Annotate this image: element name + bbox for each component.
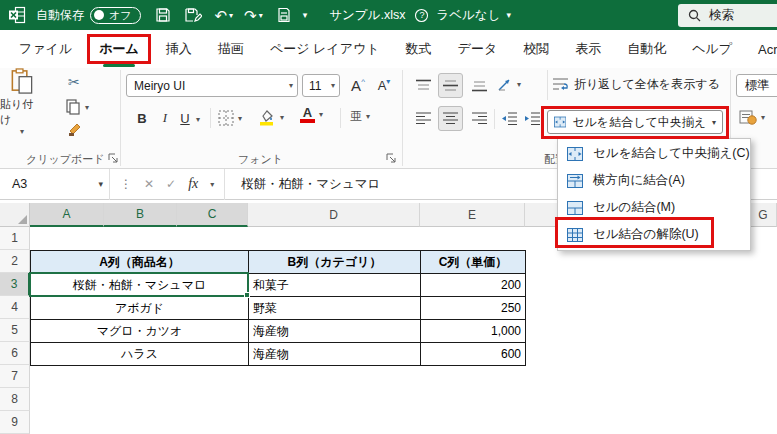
tab-home[interactable]: ホーム: [97, 30, 141, 68]
sensitivity-shield-icon[interactable]: ?: [414, 8, 429, 23]
column-header-d[interactable]: D: [248, 203, 420, 227]
font-size-combo[interactable]: 11 ▾: [302, 74, 340, 97]
column-header-e[interactable]: E: [420, 203, 525, 227]
borders-button[interactable]: ▾: [218, 110, 242, 126]
row-header-6[interactable]: 6: [0, 342, 30, 365]
cell-d6[interactable]: 海産物: [249, 343, 421, 366]
tab-help[interactable]: ヘルプ: [679, 30, 745, 68]
formula-bar-splitter-icon[interactable]: ⋮: [120, 177, 132, 191]
merge-center-button[interactable]: セルを結合して中央揃え ▾: [547, 110, 723, 134]
row-header-5[interactable]: 5: [0, 319, 30, 342]
underline-chevron-icon[interactable]: ▾: [196, 115, 200, 124]
tab-acrobat[interactable]: Acrobat: [745, 30, 777, 68]
save-icon[interactable]: [155, 7, 171, 23]
cell-e6[interactable]: 600: [421, 343, 526, 366]
number-format-combo[interactable]: 標準: [736, 74, 777, 97]
column-header-c[interactable]: C: [177, 203, 248, 227]
cell-e3[interactable]: 200: [421, 274, 526, 297]
decrease-font-size-button[interactable]: A▾: [372, 74, 396, 97]
cell-a5[interactable]: マグロ・カツオ: [31, 320, 249, 343]
undo-icon[interactable]: ↶: [215, 8, 228, 23]
qat-more-chevron-icon[interactable]: ▾: [303, 10, 308, 20]
column-header-g[interactable]: G: [750, 203, 777, 227]
tab-formulas[interactable]: 数式: [393, 30, 445, 68]
enter-icon[interactable]: ✓: [166, 177, 176, 191]
row-header-1[interactable]: 1: [0, 227, 30, 250]
tab-data[interactable]: データ: [445, 30, 511, 68]
tab-page-layout[interactable]: ページ レイアウト: [257, 30, 393, 68]
name-box[interactable]: A3 ▾: [0, 169, 110, 200]
font-dialog-launcher-icon[interactable]: [386, 153, 397, 164]
paste-button[interactable]: 貼り付け ▾: [0, 68, 44, 136]
cell-e4[interactable]: 250: [421, 297, 526, 320]
menu-item-merge-cells[interactable]: セルの結合(M): [558, 194, 750, 221]
undo-chevron-icon[interactable]: ▾: [229, 11, 233, 20]
font-color-button[interactable]: A ▾: [300, 106, 323, 123]
search-icon: [688, 9, 701, 22]
cell-a6[interactable]: ハラス: [31, 343, 249, 366]
header-cell-price[interactable]: C列（単価）: [421, 251, 526, 274]
sensitivity-label[interactable]: ラベルなし: [436, 7, 500, 24]
row-header-2[interactable]: 2: [0, 250, 30, 273]
cell-a3[interactable]: 桜餅・柏餅・マシュマロ: [31, 274, 249, 297]
bottom-align-button[interactable]: [468, 74, 490, 97]
column-header-b[interactable]: B: [104, 203, 177, 227]
select-all-corner[interactable]: [0, 203, 30, 227]
mini-separator: [210, 108, 211, 128]
cell-a4[interactable]: アボガド: [31, 297, 249, 320]
format-painter-button[interactable]: [68, 122, 83, 137]
align-center-button[interactable]: [438, 106, 463, 131]
insert-function-icon[interactable]: fx: [188, 176, 198, 192]
row-header-4[interactable]: 4: [0, 296, 30, 319]
menu-item-merge-across[interactable]: 横方向に結合(A): [558, 167, 750, 194]
copy-button[interactable]: ▾: [66, 99, 89, 115]
increase-font-size-button[interactable]: A^: [346, 74, 370, 97]
title-bar: 自動保存 オフ ↶ ▾ ↷ ▾ ▾ サンプル.xlsx: [0, 0, 777, 30]
autosave-toggle[interactable]: オフ: [90, 7, 141, 24]
tab-file[interactable]: ファイル: [6, 30, 85, 68]
clipboard-dialog-launcher-icon[interactable]: [108, 153, 119, 164]
italic-button[interactable]: I: [156, 106, 174, 130]
increase-indent-button[interactable]: [521, 107, 543, 130]
phonetic-guide-button[interactable]: 亜 ▾: [350, 108, 370, 125]
align-right-button[interactable]: [468, 107, 490, 130]
tab-insert[interactable]: 挿入: [153, 30, 205, 68]
top-align-button[interactable]: [412, 74, 434, 97]
decrease-indent-button[interactable]: [498, 107, 520, 130]
align-left-button[interactable]: [412, 107, 434, 130]
cell-d3[interactable]: 和菓子: [249, 274, 421, 297]
redo-chevron-icon[interactable]: ▾: [259, 11, 263, 20]
underline-button[interactable]: U: [176, 106, 194, 130]
cancel-icon[interactable]: ✕: [144, 177, 154, 191]
tab-view[interactable]: 表示: [562, 30, 614, 68]
cell-e5[interactable]: 1,000: [421, 320, 526, 343]
tab-draw[interactable]: 描画: [205, 30, 257, 68]
menu-item-unmerge-cells[interactable]: セル結合の解除(U): [558, 221, 750, 248]
quick-print-icon[interactable]: [276, 7, 291, 23]
font-name-combo[interactable]: Meiryo UI ▾: [126, 74, 298, 97]
row-header-8[interactable]: 8: [0, 388, 30, 411]
fx-chevron-icon[interactable]: ▾: [210, 180, 214, 189]
row-header-3[interactable]: 3: [0, 273, 30, 296]
cell-d4[interactable]: 野菜: [249, 297, 421, 320]
cut-icon[interactable]: ✂: [68, 74, 80, 90]
fill-color-button[interactable]: ▾: [258, 108, 284, 126]
tab-review[interactable]: 校閲: [510, 30, 562, 68]
middle-align-button[interactable]: [438, 73, 463, 98]
bold-button[interactable]: B: [132, 106, 152, 130]
wrap-text-button[interactable]: 折り返して全体を表示する: [552, 76, 720, 93]
orientation-button[interactable]: ▾: [497, 76, 521, 92]
search-input[interactable]: 検索: [678, 4, 777, 27]
header-cell-category[interactable]: B列（カテゴリ）: [249, 251, 421, 274]
row-header-7[interactable]: 7: [0, 365, 30, 388]
column-header-a[interactable]: A: [30, 203, 104, 227]
cell-d5[interactable]: 海産物: [249, 320, 421, 343]
label-chevron-icon[interactable]: ▾: [506, 10, 511, 20]
menu-item-merge-center[interactable]: セルを結合して中央揃え(C): [558, 140, 750, 167]
save-as-icon[interactable]: [185, 7, 202, 23]
row-header-9[interactable]: 9: [0, 411, 30, 434]
accounting-format-button[interactable]: ▾: [739, 109, 765, 126]
redo-icon[interactable]: ↷: [244, 8, 257, 23]
header-cell-product[interactable]: A列（商品名）: [31, 251, 249, 274]
tab-automate[interactable]: 自動化: [614, 30, 679, 68]
